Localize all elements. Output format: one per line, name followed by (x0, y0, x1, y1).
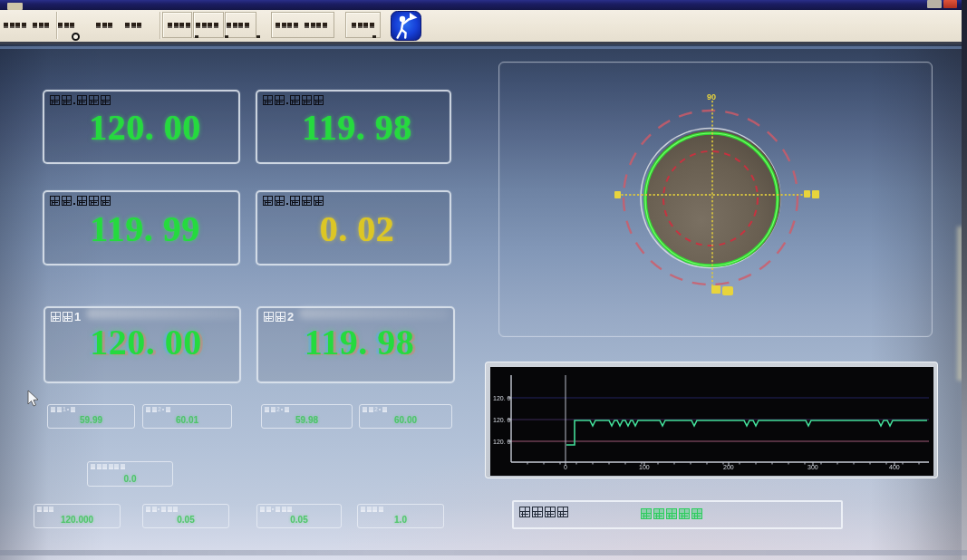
svg-text:200: 200 (723, 464, 734, 470)
svg-text:120. 0: 120. 0 (493, 395, 511, 401)
svg-text:90: 90 (707, 92, 716, 101)
svg-text:0: 0 (564, 464, 567, 470)
svg-text:120. 0: 120. 0 (493, 439, 511, 445)
svg-text:400: 400 (889, 464, 900, 470)
svg-text:100: 100 (639, 464, 650, 470)
svg-text:300: 300 (807, 464, 818, 470)
svg-text:120. 0: 120. 0 (493, 417, 511, 423)
